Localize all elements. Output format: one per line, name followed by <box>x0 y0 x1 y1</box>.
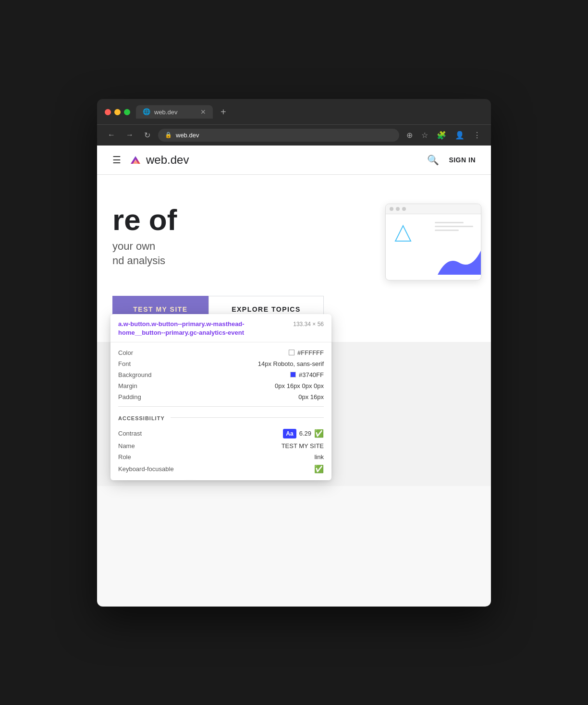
traffic-lights <box>105 109 130 115</box>
close-traffic-light[interactable] <box>105 109 111 115</box>
profile-button[interactable]: 👤 <box>453 129 467 142</box>
element-selector-text: a.w-button.w-button--primary.w-masthead-… <box>118 320 285 337</box>
contrast-value: Aa 6.29 ✅ <box>283 429 324 438</box>
zoom-button[interactable]: ⊕ <box>404 129 415 142</box>
tab-close-button[interactable]: ✕ <box>200 108 206 116</box>
mock-dot-3 <box>402 207 406 211</box>
margin-value: 0px 16px 0px 0px <box>275 382 324 389</box>
mock-browser-bar <box>386 204 481 214</box>
color-swatch-white <box>289 350 294 355</box>
mock-line-3 <box>435 230 459 231</box>
role-label: Role <box>118 453 176 461</box>
padding-value: 0px 16px <box>298 393 324 401</box>
site-logo[interactable]: web.dev <box>129 153 189 167</box>
svg-marker-2 <box>395 226 411 241</box>
mock-dot-2 <box>396 207 400 211</box>
back-button[interactable]: ← <box>105 129 118 141</box>
name-row: Name TEST MY SITE <box>118 440 324 451</box>
name-value: TEST MY SITE <box>282 442 324 450</box>
forward-button[interactable]: → <box>123 129 136 141</box>
name-label: Name <box>118 442 176 450</box>
tab-favicon-icon: 🌐 <box>143 108 150 116</box>
role-row: Role link <box>118 451 324 462</box>
mock-browser-illustration <box>385 204 481 280</box>
browser-tab[interactable]: 🌐 web.dev ✕ <box>136 105 213 119</box>
tab-title: web.dev <box>154 109 177 116</box>
element-dimensions: 133.34 × 56 <box>293 320 324 328</box>
padding-row: Padding 0px 16px <box>118 391 324 402</box>
contrast-badge: Aa <box>283 429 296 438</box>
browser-titlebar: 🌐 web.dev ✕ + <box>97 99 491 124</box>
keyboard-value: ✅ <box>314 464 324 474</box>
margin-label: Margin <box>118 382 176 389</box>
contrast-label: Contrast <box>118 430 176 437</box>
minimize-traffic-light[interactable] <box>114 109 121 115</box>
inspector-popup: a.w-button.w-button--primary.w-masthead-… <box>110 314 331 480</box>
webdev-logo-icon <box>129 153 142 167</box>
tab-bar: 🌐 web.dev ✕ + <box>136 105 483 120</box>
font-label: Font <box>118 360 176 367</box>
site-name-text: web.dev <box>146 153 189 167</box>
extensions-button[interactable]: 🧩 <box>434 129 449 142</box>
search-button[interactable]: 🔍 <box>427 154 439 166</box>
contrast-row: Contrast Aa 6.29 ✅ <box>118 427 324 440</box>
accessibility-divider-line <box>171 417 324 418</box>
padding-label: Padding <box>118 393 176 401</box>
refresh-button[interactable]: ↻ <box>141 129 153 142</box>
page-content: ☰ web.dev <box>97 146 491 607</box>
nav-actions: ⊕ ☆ 🧩 👤 ⋮ <box>404 129 483 142</box>
wave-illustration <box>438 246 481 277</box>
mock-dot-1 <box>390 207 393 211</box>
keyboard-row: Keyboard-focusable ✅ <box>118 462 324 475</box>
address-bar[interactable]: 🔒 web.dev <box>158 129 399 142</box>
margin-row: Margin 0px 16px 0px 0px <box>118 380 324 391</box>
inspector-divider <box>118 406 324 407</box>
accessibility-section-label: ACCESSIBILITY <box>118 413 165 423</box>
address-text: web.dev <box>176 132 199 139</box>
header-right: 🔍 SIGN IN <box>427 154 476 166</box>
inspector-body: Color #FFFFFF Font 14px Roboto, sans-ser… <box>110 342 331 480</box>
hero-title-text: re of <box>112 203 177 236</box>
menu-button[interactable]: ⋮ <box>471 129 483 142</box>
accessibility-header-row: ACCESSIBILITY <box>118 411 324 427</box>
background-row: Background #3740FF <box>118 369 324 380</box>
browser-window: 🌐 web.dev ✕ + ← → ↻ 🔒 web.dev ⊕ ☆ 🧩 👤 ⋮ … <box>97 99 491 607</box>
triangle-illustration <box>393 224 413 245</box>
site-header: ☰ web.dev <box>97 146 491 175</box>
hamburger-menu-button[interactable]: ☰ <box>112 154 121 166</box>
font-row: Font 14px Roboto, sans-serif <box>118 358 324 369</box>
new-tab-button[interactable]: + <box>217 105 230 120</box>
background-label: Background <box>118 371 176 378</box>
browser-nav-bar: ← → ↻ 🔒 web.dev ⊕ ☆ 🧩 👤 ⋮ <box>97 124 491 146</box>
inspector-header: a.w-button.w-button--primary.w-masthead-… <box>110 314 331 342</box>
lock-icon: 🔒 <box>165 132 172 138</box>
keyboard-check-icon: ✅ <box>314 464 324 474</box>
background-swatch <box>290 372 296 377</box>
sign-in-button[interactable]: SIGN IN <box>449 156 476 164</box>
color-label: Color <box>118 349 176 356</box>
background-value: #3740FF <box>290 371 324 378</box>
role-value: link <box>314 453 324 461</box>
hero-section: re of your own nd analysis a.w-button.w-… <box>97 175 491 342</box>
color-value: #FFFFFF <box>289 349 324 356</box>
mock-line-1 <box>435 222 464 223</box>
mock-line-2 <box>435 226 473 227</box>
contrast-check-icon: ✅ <box>314 429 324 438</box>
fullscreen-traffic-light[interactable] <box>124 109 130 115</box>
font-value: 14px Roboto, sans-serif <box>258 360 324 367</box>
header-left: ☰ web.dev <box>112 153 189 167</box>
bookmark-button[interactable]: ☆ <box>419 129 430 142</box>
color-row: Color #FFFFFF <box>118 347 324 358</box>
keyboard-label: Keyboard-focusable <box>118 465 176 473</box>
